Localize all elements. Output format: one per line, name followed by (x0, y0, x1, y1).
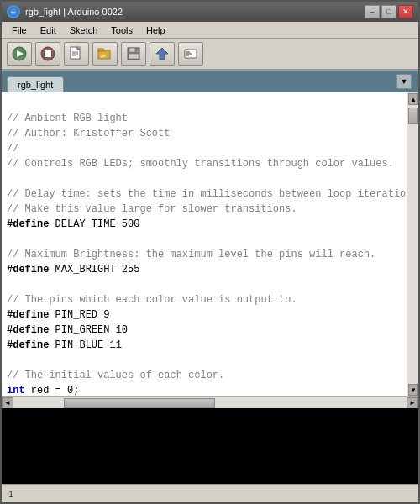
code-line-6: // Delay time: sets the time in millisec… (7, 188, 406, 200)
svg-text:∞: ∞ (11, 9, 15, 15)
code-line-8: #define DELAY_TIME 500 (7, 218, 139, 230)
svg-rect-5 (45, 50, 51, 57)
svg-rect-15 (129, 48, 135, 52)
editor-area: // Ambient RGB light // Author: Kristoff… (2, 92, 418, 408)
title-bar-left: ∞ rgb_light | Arduino 0022 (7, 5, 123, 18)
code-line-2: // Author: Kristoffer Scott (7, 128, 170, 139)
title-bar: ∞ rgb_light | Arduino 0022 – □ ✕ (2, 2, 418, 22)
menu-edit[interactable]: Edit (34, 24, 63, 37)
verify-button[interactable] (7, 42, 32, 66)
editor-container[interactable]: // Ambient RGB light // Author: Kristoff… (2, 92, 418, 396)
svg-rect-12 (98, 49, 103, 51)
hscrollbar-right-button[interactable]: ► (407, 397, 418, 409)
code-line-16: #define PIN_BLUE 11 (7, 339, 122, 351)
code-line-12 (7, 279, 13, 291)
new-button[interactable] (64, 42, 89, 66)
svg-rect-16 (129, 54, 139, 59)
tab-rgb-light[interactable]: rgb_light (7, 76, 64, 92)
code-line-15: #define PIN_GREEN 10 (7, 324, 128, 336)
status-bar: 1 (2, 484, 418, 502)
menu-tools[interactable]: Tools (104, 24, 139, 37)
code-line-5 (7, 173, 13, 185)
code-line-1: // Ambient RGB light (7, 113, 128, 124)
code-line-17 (7, 354, 13, 366)
menu-sketch[interactable]: Sketch (63, 24, 105, 37)
code-line-4: // Controls RGB LEDs; smoothly transitio… (7, 158, 394, 170)
code-line-19: int red = 0; (7, 385, 79, 396)
window-title: rgb_light | Arduino 0022 (25, 7, 123, 17)
save-button[interactable] (121, 42, 146, 66)
svg-marker-17 (156, 48, 168, 60)
close-button[interactable]: ✕ (398, 5, 413, 18)
stop-button[interactable] (35, 42, 60, 66)
maximize-button[interactable]: □ (381, 5, 396, 18)
code-line-13: // The pins which each color value is ou… (7, 294, 297, 306)
code-line-18: // The initial values of each color. (7, 370, 224, 381)
arduino-icon: ∞ (7, 5, 20, 18)
minimize-button[interactable]: – (365, 5, 380, 18)
open-button[interactable]: 📂 (92, 42, 118, 66)
toolbar: 📂 (2, 39, 418, 71)
hscrollbar-left-button[interactable]: ◄ (2, 397, 13, 409)
code-line-9 (7, 234, 13, 245)
code-line-14: #define PIN_RED 9 (7, 309, 109, 321)
menu-help[interactable]: Help (139, 24, 172, 37)
tab-label: rgb_light (18, 80, 53, 90)
serial-monitor-button[interactable] (178, 42, 203, 66)
upload-button[interactable] (150, 42, 175, 66)
hscrollbar-thumb[interactable] (64, 398, 215, 408)
code-editor[interactable]: // Ambient RGB light // Author: Kristoff… (2, 92, 407, 396)
code-line-11: #define MAX_BRIGHT 255 (7, 264, 139, 276)
output-area (2, 408, 418, 484)
scrollbar-up-button[interactable]: ▲ (408, 93, 418, 105)
tab-expand-button[interactable]: ▼ (396, 74, 412, 89)
menu-bar: File Edit Sketch Tools Help (2, 22, 418, 39)
main-window: ∞ rgb_light | Arduino 0022 – □ ✕ File Ed… (0, 0, 420, 504)
code-line-3: // (7, 143, 18, 155)
title-controls: – □ ✕ (365, 5, 413, 18)
scrollbar-thumb[interactable] (408, 108, 418, 124)
scrollbar-down-button[interactable]: ▼ (408, 384, 418, 396)
menu-file[interactable]: File (5, 24, 34, 37)
line-number: 1 (8, 489, 13, 499)
code-line-10: // Maximum Brightness: the maximum level… (7, 249, 375, 260)
code-line-7: // Make this value large for slower tran… (7, 203, 297, 215)
svg-text:📂: 📂 (100, 52, 107, 59)
hscrollbar-track[interactable] (13, 397, 407, 409)
horizontal-scrollbar[interactable]: ◄ ► (2, 396, 418, 408)
tab-bar: rgb_light ▼ (2, 71, 418, 92)
vertical-scrollbar[interactable]: ▲ ▼ (407, 92, 418, 396)
